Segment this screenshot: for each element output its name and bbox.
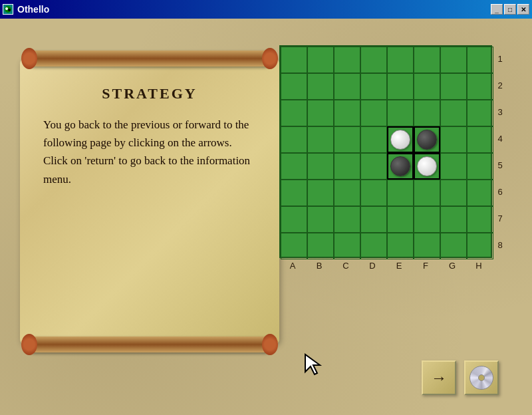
- app-icon: [3, 4, 13, 15]
- board-cell[interactable]: [387, 153, 414, 180]
- board-cell[interactable]: [307, 100, 334, 126]
- board-cell[interactable]: [307, 73, 334, 100]
- row-labels: 12345678: [495, 45, 505, 258]
- board-cell[interactable]: [440, 47, 467, 73]
- scroll-content: STRATEGY You go back to the previous or …: [43, 85, 256, 188]
- board-cell[interactable]: [467, 153, 493, 180]
- board-cell[interactable]: [414, 73, 440, 100]
- board-cell[interactable]: [440, 206, 467, 233]
- board-cell[interactable]: [440, 153, 467, 180]
- board-cell[interactable]: [281, 180, 307, 206]
- svg-marker-3: [305, 354, 320, 374]
- board-cell[interactable]: [387, 233, 414, 259]
- next-button[interactable]: →: [422, 360, 456, 395]
- white-piece: [417, 156, 437, 176]
- board-cell[interactable]: [307, 126, 334, 153]
- board-cell[interactable]: [334, 153, 360, 180]
- board-cell[interactable]: [387, 180, 414, 206]
- board-cell[interactable]: [440, 126, 467, 153]
- cd-button[interactable]: [464, 360, 499, 395]
- board-cell[interactable]: [307, 153, 334, 180]
- board-cell[interactable]: [281, 126, 307, 153]
- board-cell[interactable]: [334, 180, 360, 206]
- title-bar: Othello _ □ ✕: [0, 0, 532, 19]
- minimize-button[interactable]: _: [491, 4, 503, 15]
- board-cell[interactable]: [334, 100, 360, 126]
- close-button[interactable]: ✕: [517, 4, 529, 15]
- black-piece: [417, 130, 437, 150]
- col-label: D: [359, 261, 386, 271]
- board-cell[interactable]: [467, 100, 493, 126]
- board-cell[interactable]: [281, 153, 307, 180]
- board-cell[interactable]: [387, 126, 414, 153]
- board-cell[interactable]: [387, 73, 414, 100]
- board-container: 12345678 ABCDEFGH: [279, 45, 505, 271]
- board-cell[interactable]: [360, 233, 387, 259]
- white-piece: [390, 130, 410, 150]
- board-cell[interactable]: [334, 126, 360, 153]
- game-board[interactable]: [279, 45, 492, 258]
- board-cell[interactable]: [360, 153, 387, 180]
- board-cell[interactable]: [414, 100, 440, 126]
- board-cell[interactable]: [387, 206, 414, 233]
- board-cell[interactable]: [281, 47, 307, 73]
- window-title: Othello: [17, 4, 491, 15]
- board-cell[interactable]: [414, 206, 440, 233]
- scroll-bottom-rod: [27, 337, 273, 352]
- board-cell[interactable]: [467, 73, 493, 100]
- col-label: G: [439, 261, 466, 271]
- board-cell[interactable]: [360, 100, 387, 126]
- board-cell[interactable]: [414, 180, 440, 206]
- board-cell[interactable]: [360, 73, 387, 100]
- board-cell[interactable]: [440, 180, 467, 206]
- col-label: E: [386, 261, 412, 271]
- board-cell[interactable]: [414, 233, 440, 259]
- board-cell[interactable]: [281, 100, 307, 126]
- row-label: 5: [495, 152, 505, 178]
- board-cell[interactable]: [360, 47, 387, 73]
- board-cell[interactable]: [440, 100, 467, 126]
- board-cell[interactable]: [360, 206, 387, 233]
- board-cell[interactable]: [467, 126, 493, 153]
- board-cell[interactable]: [467, 233, 493, 259]
- col-label: H: [466, 261, 492, 271]
- bottom-buttons: →: [422, 360, 499, 395]
- board-cell[interactable]: [467, 180, 493, 206]
- board-cell[interactable]: [414, 47, 440, 73]
- board-cell[interactable]: [467, 47, 493, 73]
- board-cell[interactable]: [387, 47, 414, 73]
- board-cell[interactable]: [334, 73, 360, 100]
- board-with-numbers: 12345678: [279, 45, 505, 258]
- window-controls: _ □ ✕: [491, 4, 529, 15]
- board-cell[interactable]: [360, 180, 387, 206]
- board-cell[interactable]: [440, 73, 467, 100]
- row-label: 7: [495, 205, 505, 231]
- col-label: B: [306, 261, 332, 271]
- board-cell[interactable]: [387, 100, 414, 126]
- board-cell[interactable]: [307, 233, 334, 259]
- maximize-button[interactable]: □: [504, 4, 516, 15]
- scroll-body: STRATEGY You go back to the previous or …: [20, 59, 279, 345]
- row-label: 8: [495, 231, 505, 258]
- board-cell[interactable]: [307, 47, 334, 73]
- board-cell[interactable]: [307, 206, 334, 233]
- board-cell[interactable]: [334, 206, 360, 233]
- board-cell[interactable]: [440, 233, 467, 259]
- board-cell[interactable]: [281, 233, 307, 259]
- scroll-heading: STRATEGY: [43, 85, 256, 102]
- board-cell[interactable]: [414, 126, 440, 153]
- next-arrow-icon: →: [431, 369, 447, 387]
- board-cell[interactable]: [334, 47, 360, 73]
- board-cell[interactable]: [414, 153, 440, 180]
- board-cell[interactable]: [281, 73, 307, 100]
- board-cell[interactable]: [467, 206, 493, 233]
- svg-point-1: [5, 7, 8, 10]
- scroll-decoration: STRATEGY You go back to the previous or …: [20, 39, 279, 364]
- board-cell[interactable]: [281, 206, 307, 233]
- board-cell[interactable]: [360, 126, 387, 153]
- main-area: STRATEGY You go back to the previous or …: [0, 19, 532, 415]
- scroll-text: You go back to the previous or forward t…: [43, 116, 256, 188]
- board-cell[interactable]: [307, 180, 334, 206]
- col-labels: ABCDEFGH: [279, 261, 505, 271]
- board-cell[interactable]: [334, 233, 360, 259]
